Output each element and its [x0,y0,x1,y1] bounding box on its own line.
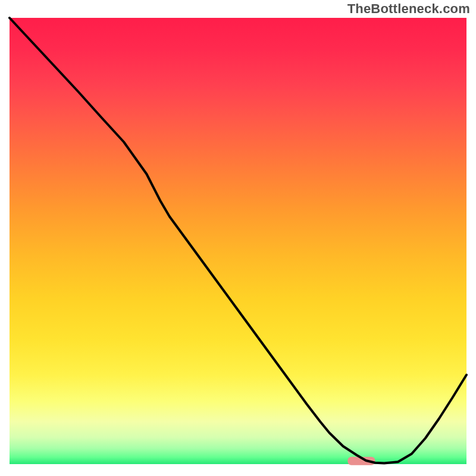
bottleneck-curve-chart [0,0,476,476]
watermark-label: TheBottleneck.com [347,1,470,17]
chart-container: TheBottleneck.com [0,0,476,476]
gradient-background [10,18,466,464]
